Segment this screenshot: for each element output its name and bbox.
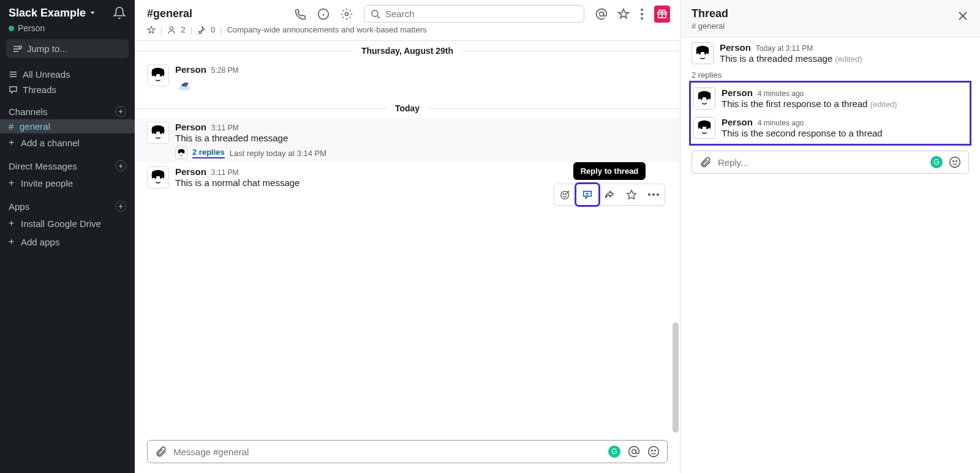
workspace-switcher[interactable]: Slack Example: [9, 7, 97, 20]
svg-point-13: [565, 193, 566, 194]
thread-channel[interactable]: # general: [692, 21, 728, 31]
message-user[interactable]: Person: [175, 64, 206, 75]
star-outline-icon[interactable]: [147, 26, 156, 34]
member-count[interactable]: 2: [181, 25, 185, 34]
star-icon[interactable]: [617, 8, 630, 20]
jump-icon: [12, 44, 22, 54]
message-time: 3:11 PM: [211, 168, 239, 177]
thread-summary[interactable]: 2 replies Last reply today at 3:14 PM: [175, 147, 668, 159]
message-time: 3:11 PM: [211, 124, 239, 132]
tooltip: Reply to thread: [573, 162, 646, 180]
jump-to-label: Jump to...: [27, 43, 67, 54]
gear-icon[interactable]: [341, 8, 353, 20]
grammarly-icon[interactable]: G: [608, 445, 620, 458]
mention-icon[interactable]: [628, 445, 640, 458]
svg-point-14: [632, 450, 636, 454]
install-gdrive-button[interactable]: + Install Google Drive: [0, 214, 135, 233]
avatar[interactable]: [692, 42, 714, 64]
avatar[interactable]: [147, 166, 169, 188]
hash-icon: #: [9, 121, 16, 132]
svg-point-8: [170, 26, 173, 29]
message-threaded[interactable]: Person 3:11 PM This is a threaded messag…: [135, 118, 680, 163]
plus-icon: +: [9, 236, 15, 247]
star-button[interactable]: [620, 184, 643, 205]
paperclip-icon[interactable]: [155, 445, 167, 458]
more-menu[interactable]: [639, 9, 644, 20]
date-divider: Thursday, August 29th: [135, 41, 680, 61]
thread-header: Thread # general: [680, 0, 980, 37]
plus-icon: +: [9, 177, 15, 188]
emoji-icon[interactable]: [647, 445, 660, 458]
plus-icon: +: [9, 218, 15, 229]
grammarly-icon[interactable]: G: [930, 156, 943, 168]
thread-composer[interactable]: G: [692, 151, 969, 174]
unreads-icon: [9, 70, 18, 79]
search-input[interactable]: [364, 5, 584, 23]
close-icon[interactable]: [957, 10, 969, 22]
jump-to-input[interactable]: Jump to...: [6, 39, 129, 58]
svg-point-12: [564, 193, 564, 194]
paperclip-icon[interactable]: [699, 156, 712, 168]
replies-link[interactable]: 2 replies: [192, 147, 225, 158]
svg-point-20: [956, 161, 957, 162]
svg-point-15: [649, 447, 659, 457]
thread-reply[interactable]: Person 4 minutes ago This is the first r…: [691, 84, 970, 113]
channel-general[interactable]: # general: [0, 119, 135, 133]
user-name: Person: [18, 23, 45, 33]
message-user[interactable]: Person: [175, 166, 206, 177]
bird-image[interactable]: [175, 77, 668, 95]
search-field[interactable]: [385, 9, 578, 19]
share-button[interactable]: [598, 184, 620, 205]
composer-input[interactable]: [173, 447, 602, 457]
avatar[interactable]: [693, 117, 715, 139]
add-apps-button[interactable]: + Add apps: [0, 233, 135, 251]
avatar[interactable]: [693, 88, 715, 110]
add-channel-button[interactable]: + Add a channel: [0, 133, 135, 152]
message[interactable]: Person 5:28 PM: [135, 61, 680, 99]
threads-link[interactable]: Threads: [0, 82, 135, 97]
channel-title[interactable]: #general: [147, 7, 192, 20]
date-divider-today: Today: [135, 99, 680, 118]
channels-section: Channels +: [0, 97, 135, 119]
add-channel-icon[interactable]: +: [115, 106, 126, 117]
avatar[interactable]: [147, 122, 169, 144]
add-reaction-button[interactable]: [554, 184, 576, 205]
gift-icon: [657, 9, 667, 19]
svg-point-19: [953, 161, 954, 162]
message-user[interactable]: Person: [720, 42, 751, 53]
gift-button[interactable]: [654, 6, 670, 23]
avatar[interactable]: [147, 64, 169, 86]
mentions-icon[interactable]: [595, 8, 608, 20]
emoji-icon[interactable]: [949, 156, 961, 168]
sidebar: Slack Example Person Jump to... All Unre…: [0, 0, 135, 473]
message-composer[interactable]: G: [147, 440, 668, 463]
pin-icon: [197, 26, 206, 34]
apps-section: Apps +: [0, 192, 135, 214]
message-text: This is a threaded message (edited): [720, 53, 969, 64]
scrollbar[interactable]: [673, 322, 679, 433]
invite-people-button[interactable]: + Invite people: [0, 174, 135, 192]
last-reply-label: Last reply today at 3:14 PM: [230, 149, 326, 158]
add-dm-icon[interactable]: +: [115, 160, 126, 171]
message-user[interactable]: Person: [175, 122, 206, 132]
all-unreads[interactable]: All Unreads: [0, 67, 135, 82]
svg-point-7: [600, 12, 604, 16]
replies-count: 2 replies: [680, 69, 980, 81]
dm-section: Direct Messages +: [0, 152, 135, 174]
info-icon[interactable]: [317, 8, 330, 20]
add-app-icon[interactable]: +: [115, 201, 126, 212]
pin-count[interactable]: 0: [211, 25, 215, 34]
channel-topic[interactable]: Company-wide announcements and work-base…: [227, 25, 427, 34]
phone-icon[interactable]: [294, 8, 306, 20]
more-actions-button[interactable]: [643, 184, 665, 205]
thread-reply-input[interactable]: [718, 157, 924, 168]
reply-thread-button[interactable]: [576, 184, 598, 205]
mini-avatar: [175, 147, 187, 159]
thread-parent-message[interactable]: Person Today at 3:11 PM This is a thread…: [680, 37, 980, 69]
user-presence[interactable]: Person: [0, 23, 135, 39]
message-actions: [554, 184, 665, 206]
bell-icon[interactable]: [113, 6, 126, 20]
svg-point-16: [652, 450, 653, 452]
thread-reply[interactable]: Person 4 minutes ago This is the second …: [691, 113, 970, 143]
message-time: 5:28 PM: [211, 66, 239, 75]
